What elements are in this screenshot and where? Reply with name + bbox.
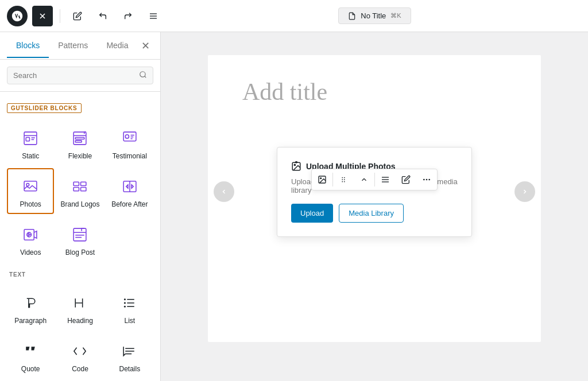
details-icon: [119, 341, 140, 361]
svg-rect-22: [81, 182, 86, 185]
svg-rect-12: [76, 137, 85, 139]
details-button[interactable]: [143, 6, 164, 26]
svg-rect-13: [76, 141, 82, 142]
upload-popup: Upload Multiple Photos Upload multiple p…: [277, 147, 472, 237]
details-icon: [149, 11, 158, 21]
block-toolbar-edit-btn[interactable]: [396, 169, 416, 190]
block-item-details[interactable]: Details: [106, 333, 153, 379]
svg-line-4: [145, 76, 146, 78]
align-icon: [381, 175, 390, 184]
videos-label: Videos: [20, 248, 41, 256]
block-toolbar-arrows-btn[interactable]: [354, 169, 374, 190]
toolbar-separator: [60, 9, 60, 23]
block-toolbar: [311, 169, 438, 190]
gutslider-section-label: GUTSLIDER BLOCKS: [7, 103, 82, 113]
no-title-badge[interactable]: No Title ⌘K: [338, 7, 411, 24]
left-panel: Blocks Patterns Media ✕ GUTSLIDER BLOCKS: [0, 32, 161, 381]
redo-button[interactable]: [118, 6, 138, 26]
tab-blocks[interactable]: Blocks: [7, 34, 49, 58]
before-after-icon: [119, 176, 140, 197]
svg-point-70: [428, 179, 430, 181]
block-item-before-after[interactable]: Before After: [106, 168, 153, 214]
static-icon: [20, 128, 41, 149]
upload-photos-icon: [291, 161, 301, 172]
block-item-heading[interactable]: Heading: [56, 285, 103, 331]
block-item-videos[interactable]: Videos: [7, 216, 54, 262]
slider-next-button[interactable]: [514, 181, 535, 202]
block-toolbar-image-btn[interactable]: [312, 169, 332, 190]
photos-icon: [20, 176, 41, 197]
panel-scroll: GUTSLIDER BLOCKS Static: [0, 92, 160, 381]
chevron-right-icon: [521, 188, 528, 195]
flexible-icon: [69, 128, 90, 149]
main-layout: Blocks Patterns Media ✕ GUTSLIDER BLOCKS: [0, 32, 588, 381]
upload-actions: Upload Media Library: [291, 204, 458, 223]
blog-post-label: Blog Post: [65, 248, 95, 256]
block-toolbar-more-btn[interactable]: [416, 169, 437, 190]
upload-button[interactable]: Upload: [291, 204, 333, 223]
paragraph-icon: [20, 293, 41, 313]
block-toolbar-drag-btn[interactable]: [333, 169, 354, 190]
svg-point-62: [344, 179, 345, 180]
quote-icon: [20, 341, 41, 361]
brand-logos-label: Brand Logos: [60, 200, 99, 208]
svg-point-60: [344, 177, 345, 178]
toggle-inserter-button[interactable]: [32, 6, 53, 26]
static-label: Static: [22, 152, 39, 160]
svg-rect-19: [24, 181, 37, 191]
gutslider-block-grid: Static Flexible: [7, 120, 153, 262]
details-label: Details: [119, 365, 140, 373]
drag-icon: [339, 176, 347, 184]
svg-point-68: [423, 179, 425, 181]
search-input[interactable]: [13, 71, 134, 80]
svg-point-69: [426, 179, 428, 181]
svg-rect-29: [24, 230, 34, 240]
shortcut-label: ⌘K: [390, 12, 401, 20]
undo-icon: [98, 11, 107, 21]
block-toolbar-align-btn[interactable]: [375, 169, 396, 190]
search-wrap: [7, 67, 153, 84]
tab-media[interactable]: Media: [97, 34, 137, 58]
svg-point-64: [344, 181, 345, 182]
block-item-brand-logos[interactable]: Brand Logos: [56, 168, 103, 214]
list-label: List: [124, 317, 135, 325]
before-after-label: Before After: [111, 200, 148, 208]
block-item-testimonial[interactable]: Testimonial: [106, 120, 153, 166]
svg-point-59: [342, 177, 343, 178]
svg-point-58: [320, 178, 322, 179]
brand-logos-icon: [69, 176, 90, 197]
list-icon: [119, 293, 140, 313]
blog-post-icon: [69, 224, 90, 245]
panel-close-button[interactable]: ✕: [138, 38, 153, 54]
block-item-quote[interactable]: Quote: [7, 333, 54, 379]
svg-point-39: [124, 298, 126, 300]
add-title-placeholder[interactable]: Add title: [242, 78, 506, 106]
block-item-static[interactable]: Static: [7, 120, 54, 166]
paragraph-label: Paragraph: [14, 317, 47, 325]
heading-icon: [69, 293, 90, 313]
block-item-code[interactable]: Code: [56, 333, 103, 379]
tab-patterns[interactable]: Patterns: [49, 34, 97, 58]
block-item-paragraph[interactable]: Paragraph: [7, 285, 54, 331]
undo-button[interactable]: [92, 6, 113, 26]
block-item-list[interactable]: List: [106, 285, 153, 331]
chevron-left-icon: [220, 188, 227, 195]
wordpress-icon: [11, 10, 24, 22]
block-item-flexible[interactable]: Flexible: [56, 120, 103, 166]
svg-rect-7: [26, 137, 29, 141]
block-item-blog-post[interactable]: Blog Post: [56, 216, 103, 262]
media-library-button[interactable]: Media Library: [339, 204, 404, 223]
text-section-label: TEXT: [7, 271, 153, 278]
image-icon: [318, 175, 327, 184]
svg-rect-23: [74, 188, 79, 191]
panel-tabs: Blocks Patterns Media ✕: [0, 32, 160, 60]
pencil-icon-btn[interactable]: [67, 6, 88, 26]
svg-point-40: [124, 302, 126, 304]
block-item-photos[interactable]: Photos: [7, 168, 54, 214]
svg-rect-24: [81, 188, 86, 191]
wp-logo[interactable]: [7, 6, 28, 26]
pencil-icon: [73, 11, 82, 21]
slider-prev-button[interactable]: [214, 181, 234, 202]
top-center: No Title ⌘K: [168, 7, 581, 24]
text-block-grid: Paragraph Heading: [7, 285, 153, 381]
